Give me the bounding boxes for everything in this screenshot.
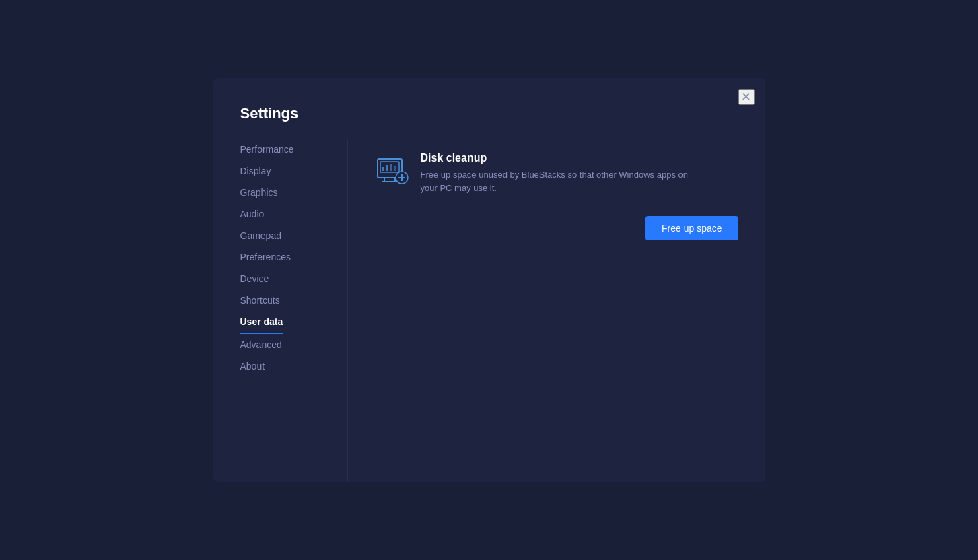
sidebar-item-user-data[interactable]: User data xyxy=(240,311,283,334)
disk-cleanup-header: Disk cleanup Free up space unused by Blu… xyxy=(375,152,738,195)
disk-cleanup-icon xyxy=(375,152,410,187)
sidebar-item-preferences[interactable]: Preferences xyxy=(240,246,347,268)
settings-title: Settings xyxy=(213,78,765,139)
svg-rect-2 xyxy=(382,167,384,171)
sidebar-item-about[interactable]: About xyxy=(240,355,347,377)
sidebar-item-advanced[interactable]: Advanced xyxy=(240,334,347,355)
disk-cleanup-text: Disk cleanup Free up space unused by Blu… xyxy=(421,152,703,195)
sidebar-item-performance[interactable]: Performance xyxy=(240,139,347,160)
settings-body: Performance Display Graphics Audio Gamep… xyxy=(213,139,765,482)
sidebar-item-device[interactable]: Device xyxy=(240,268,347,289)
sidebar-item-audio[interactable]: Audio xyxy=(240,203,347,225)
sidebar-item-shortcuts[interactable]: Shortcuts xyxy=(240,289,347,311)
svg-rect-4 xyxy=(390,164,392,171)
sidebar-item-gamepad[interactable]: Gamepad xyxy=(240,225,347,246)
svg-rect-5 xyxy=(394,166,396,171)
svg-rect-3 xyxy=(386,165,388,171)
free-up-space-button[interactable]: Free up space xyxy=(645,216,738,240)
content-area: Disk cleanup Free up space unused by Blu… xyxy=(348,139,765,482)
sidebar-item-graphics[interactable]: Graphics xyxy=(240,182,347,203)
close-icon: ✕ xyxy=(741,91,751,103)
sidebar-item-display[interactable]: Display xyxy=(240,160,347,182)
disk-cleanup-card: Disk cleanup Free up space unused by Blu… xyxy=(375,152,738,240)
disk-cleanup-description: Free up space unused by BlueStacks so th… xyxy=(421,168,703,195)
close-button[interactable]: ✕ xyxy=(738,89,755,105)
disk-cleanup-title: Disk cleanup xyxy=(421,152,703,164)
settings-dialog: ✕ Settings Performance Display Graphics … xyxy=(213,78,765,482)
settings-sidebar: Performance Display Graphics Audio Gamep… xyxy=(213,139,348,482)
